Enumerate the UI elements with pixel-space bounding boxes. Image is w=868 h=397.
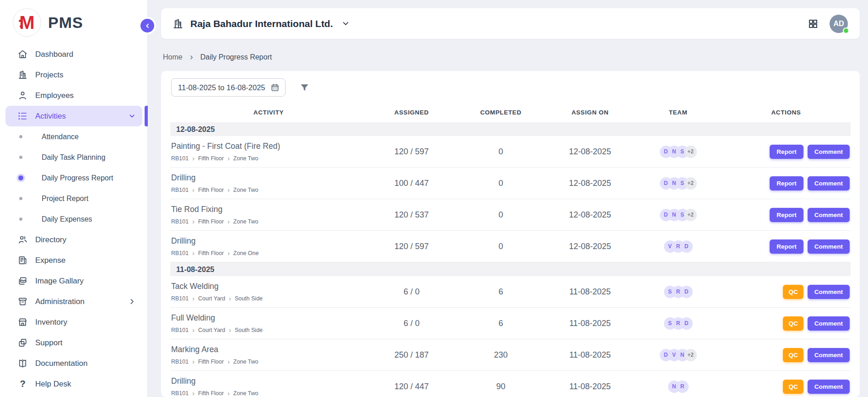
comment-button[interactable]: Comment <box>808 348 850 362</box>
sidebar-item-employees[interactable]: Employees <box>5 85 142 106</box>
chevron-right-icon: › <box>227 391 230 396</box>
completed-value: 90 <box>456 382 545 392</box>
comment-button[interactable]: Comment <box>808 176 850 190</box>
question-icon: ? <box>17 379 28 389</box>
comment-button[interactable]: Comment <box>808 380 850 394</box>
home-icon <box>17 49 28 60</box>
sidebar-subitem-attendance[interactable]: Attendance <box>5 126 142 147</box>
company-selector[interactable]: Raja Bahadur International Ltd. <box>172 18 350 30</box>
completed-value: 0 <box>456 210 545 220</box>
person-icon <box>17 90 28 101</box>
team-member-avatar: D <box>680 317 693 330</box>
chevron-right-icon: › <box>192 188 194 192</box>
location-segment: Zone Two <box>233 218 259 225</box>
breadcrumb-current: Daily Progress Report <box>200 53 272 61</box>
sidebar-item-projects[interactable]: Projects <box>5 65 142 85</box>
team-avatars: SRD <box>635 286 722 298</box>
report-button[interactable]: Report <box>770 176 803 190</box>
breadcrumb-home-link[interactable]: Home <box>163 53 183 61</box>
assigned-value: 100 / 447 <box>367 179 456 188</box>
sidebar-item-directory[interactable]: Directory <box>5 229 142 250</box>
column-header-completed: COMPLETED <box>456 109 545 116</box>
chevron-right-icon: › <box>192 391 194 396</box>
report-button[interactable]: Report <box>770 208 803 222</box>
column-header-assigned: ASSIGNED <box>367 109 456 116</box>
table-row: Drilling RB101›Fifth Floor›Zone Two 120 … <box>170 371 851 397</box>
store-icon <box>17 317 28 327</box>
completed-value: 0 <box>456 179 545 188</box>
qc-button[interactable]: QC <box>783 348 803 362</box>
table-header-row: ACTIVITYASSIGNEDCOMPLETEDASSIGN ONTEAMAC… <box>170 102 851 122</box>
qc-button[interactable]: QC <box>783 380 803 394</box>
comment-button[interactable]: Comment <box>808 239 850 254</box>
team-avatars: DNS+2 <box>635 146 722 158</box>
sidebar-item-dashboard[interactable]: Dashboard <box>5 44 142 65</box>
sidebar-item-inventory[interactable]: Inventory <box>5 312 142 332</box>
column-header-assign-on: ASSIGN ON <box>545 109 635 116</box>
sidebar-collapse-button[interactable] <box>140 19 154 33</box>
comment-button[interactable]: Comment <box>808 316 850 331</box>
qc-button[interactable]: QC <box>783 316 803 331</box>
report-button[interactable]: Report <box>770 145 803 159</box>
activity-location: RB101›Fifth Floor›Zone Two <box>171 187 367 193</box>
chevron-right-icon: › <box>227 359 230 364</box>
online-status-dot <box>843 27 849 34</box>
sidebar-item-image-gallary[interactable]: Image Gallary <box>5 271 142 291</box>
avatar-initials: AD <box>833 20 844 28</box>
sidebar-item-documentation[interactable]: Documentation <box>5 353 142 374</box>
bullet-icon <box>19 156 22 159</box>
team-member-avatar: D <box>680 286 693 298</box>
top-bar: Raja Bahadur International Ltd. AD <box>161 8 860 39</box>
team-avatars: DNS+2 <box>635 177 722 190</box>
team-more-badge: +2 <box>685 177 697 190</box>
location-segment: Fifth Floor <box>198 250 224 256</box>
team-avatars: DVN+2 <box>635 349 722 361</box>
row-actions: QCComment <box>722 285 851 299</box>
report-button[interactable]: Report <box>770 239 803 254</box>
sidebar-item-administration[interactable]: Administration <box>5 291 142 312</box>
sidebar-menu: DashboardProjectsEmployeesActivitiesAtte… <box>0 42 148 394</box>
sidebar-item-activities[interactable]: Activities <box>5 106 142 126</box>
date-range-input[interactable]: 11-08-2025 to 16-08-2025 <box>171 78 286 97</box>
comment-button[interactable]: Comment <box>808 208 850 222</box>
team-avatars: SRD <box>635 317 722 330</box>
comment-button[interactable]: Comment <box>808 145 850 159</box>
location-segment: RB101 <box>171 327 189 333</box>
row-actions: ReportComment <box>722 208 851 222</box>
sidebar-subitem-daily-task-planning[interactable]: Daily Task Planning <box>5 147 142 168</box>
sidebar-item-expense[interactable]: Expense <box>5 250 142 271</box>
chevron-right-icon: › <box>227 156 230 161</box>
sidebar-subitem-daily-expenses[interactable]: Daily Expenses <box>5 209 142 229</box>
image-icon <box>17 276 28 286</box>
team-more-badge: +2 <box>685 209 697 221</box>
assign-on-date: 11-08-2025 <box>545 287 635 297</box>
row-actions: QCComment <box>722 380 851 394</box>
sidebar-item-help-desk[interactable]: ?Help Desk <box>5 374 142 394</box>
content-card: 11-08-2025 to 16-08-2025 ACTIVITYASSIGNE… <box>161 71 860 397</box>
location-segment: Zone Two <box>233 187 259 193</box>
team-more-badge: +2 <box>685 349 697 361</box>
date-range-value: 11-08-2025 to 16-08-2025 <box>178 83 265 92</box>
sidebar-subitem-daily-progress-report[interactable]: Daily Progress Report <box>5 168 142 188</box>
user-avatar[interactable]: AD <box>830 15 848 33</box>
completed-value: 6 <box>456 287 545 297</box>
completed-value: 230 <box>456 350 545 360</box>
assigned-value: 120 / 597 <box>367 242 456 251</box>
apps-grid-icon[interactable] <box>808 18 819 29</box>
qc-button[interactable]: QC <box>783 285 803 299</box>
sidebar-subitem-project-report[interactable]: Project Report <box>5 188 142 209</box>
team-member-avatar: D <box>680 240 693 253</box>
team-member-avatar: R <box>676 381 689 393</box>
row-actions: QCComment <box>722 316 851 331</box>
sidebar-item-support[interactable]: Support <box>5 332 142 353</box>
table-row: Painting - First Coat (Fire Red) RB101›F… <box>170 136 851 168</box>
location-segment: Fifth Floor <box>198 390 224 397</box>
location-segment: South Side <box>235 327 263 333</box>
comment-button[interactable]: Comment <box>808 285 850 299</box>
assigned-value: 120 / 447 <box>367 382 456 392</box>
column-header-actions: ACTIONS <box>722 109 851 116</box>
activity-location: RB101›Court Yard›South Side <box>171 327 367 333</box>
location-segment: Fifth Floor <box>198 155 224 162</box>
chevron-right-icon: › <box>192 359 194 364</box>
filter-funnel-icon[interactable] <box>299 82 310 93</box>
